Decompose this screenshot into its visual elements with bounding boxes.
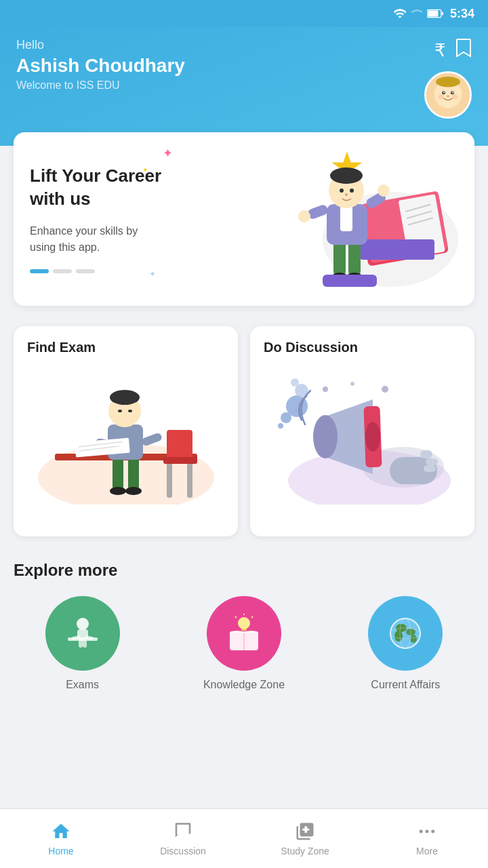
rupee-icon[interactable]: ₹ (434, 40, 446, 61)
status-bar: 5:34 (0, 0, 488, 27)
banner-subtitle: Enhance your skills by using this app. (30, 223, 165, 256)
svg-point-96 (394, 631, 403, 642)
discussion-icon (173, 821, 193, 842)
svg-rect-86 (83, 638, 87, 648)
svg-rect-65 (426, 458, 438, 465)
svg-point-55 (110, 390, 140, 405)
explore-grid: Exams (14, 596, 474, 691)
header-hello: Hello (16, 38, 185, 52)
nav-item-home[interactable]: Home (0, 809, 122, 868)
svg-point-46 (110, 487, 126, 495)
svg-point-36 (345, 193, 348, 196)
svg-point-71 (281, 412, 291, 423)
svg-point-9 (452, 92, 453, 93)
svg-rect-53 (140, 432, 162, 447)
header-left: Hello Ashish Choudhary Welcome to ISS ED… (16, 38, 185, 92)
explore-section: Explore more (14, 561, 474, 691)
dot-1 (30, 269, 49, 273)
svg-point-76 (350, 382, 354, 386)
svg-point-103 (431, 829, 434, 833)
signal-icon (411, 7, 423, 20)
svg-rect-45 (128, 457, 139, 491)
nav-item-more[interactable]: More (366, 809, 488, 868)
do-discussion-illustration (264, 362, 461, 511)
find-exam-title: Find Exam (27, 340, 224, 355)
explore-label-current-affairs: Current Affairs (371, 679, 440, 691)
banner-text: Lift Your Career with us Enhance your sk… (30, 165, 165, 273)
svg-point-77 (382, 386, 388, 393)
explore-circle-exams (45, 596, 120, 671)
do-discussion-card[interactable]: Do Discussion (250, 326, 474, 536)
svg-rect-64 (420, 450, 432, 458)
svg-point-35 (350, 189, 354, 193)
svg-rect-1 (442, 12, 443, 16)
svg-point-31 (378, 184, 390, 197)
dot-2 (53, 269, 72, 273)
svg-point-89 (238, 617, 250, 629)
svg-point-12 (446, 95, 449, 97)
svg-point-33 (330, 167, 363, 184)
explore-item-current-affairs[interactable]: Current Affairs (368, 596, 443, 691)
explore-item-exams[interactable]: Exams (45, 596, 120, 691)
bottom-nav: Home Discussion Study Zone More (0, 808, 488, 868)
more-icon (417, 821, 437, 842)
svg-line-92 (235, 616, 237, 618)
svg-point-47 (125, 487, 142, 495)
svg-point-34 (340, 189, 344, 193)
header-icons: ₹ (434, 38, 472, 63)
sparkle-2: ✦ (142, 166, 148, 174)
nav-label-home: Home (48, 846, 73, 856)
svg-point-5 (436, 77, 460, 87)
avatar[interactable] (424, 71, 472, 119)
svg-rect-44 (113, 457, 123, 491)
status-icons (393, 7, 443, 20)
svg-rect-41 (187, 460, 192, 498)
svg-rect-37 (323, 275, 377, 287)
do-discussion-title: Do Discussion (264, 340, 461, 355)
svg-point-81 (77, 618, 89, 630)
find-exam-illustration (27, 362, 224, 511)
header-welcome: Welcome to ISS EDU (16, 79, 185, 92)
svg-point-11 (452, 94, 458, 100)
action-cards: Find Exam (14, 326, 474, 536)
home-icon (51, 821, 71, 842)
dot-3 (76, 269, 95, 273)
studyzone-icon (295, 821, 315, 842)
svg-point-72 (278, 423, 283, 429)
nav-item-discussion[interactable]: Discussion (122, 809, 244, 868)
bookmark-icon[interactable] (455, 38, 472, 63)
wifi-icon (393, 7, 407, 20)
explore-label-exams: Exams (66, 679, 99, 691)
battery-icon (427, 8, 443, 19)
header: Hello Ashish Choudhary Welcome to ISS ED… (0, 27, 488, 146)
svg-point-102 (426, 829, 429, 833)
explore-item-knowledge[interactable]: Knowledge Zone (203, 596, 285, 691)
svg-point-30 (298, 210, 310, 222)
svg-rect-22 (333, 239, 346, 277)
svg-point-68 (313, 415, 338, 458)
svg-rect-40 (167, 460, 172, 498)
svg-rect-90 (241, 628, 247, 631)
svg-point-75 (323, 387, 328, 392)
explore-title: Explore more (14, 561, 474, 580)
svg-point-74 (291, 378, 299, 387)
banner-dots (30, 269, 165, 273)
banner-card[interactable]: ✦ ✦ ✦ Lift Your Career with us Enhance y… (14, 132, 474, 306)
header-name: Ashish Choudhary (16, 55, 185, 77)
svg-point-57 (128, 410, 132, 412)
explore-label-knowledge: Knowledge Zone (203, 679, 285, 691)
svg-point-8 (443, 92, 445, 93)
svg-point-94 (390, 618, 420, 648)
nav-label-studyzone: Study Zone (281, 846, 329, 856)
nav-label-discussion: Discussion (160, 846, 206, 856)
svg-point-79 (365, 422, 380, 452)
find-exam-card[interactable]: Find Exam (14, 326, 238, 536)
explore-circle-knowledge (207, 596, 281, 671)
svg-rect-66 (424, 465, 436, 472)
svg-point-98 (410, 635, 417, 643)
sparkle-3: ✦ (149, 269, 156, 279)
nav-item-studyzone[interactable]: Study Zone (244, 809, 366, 868)
svg-line-93 (251, 616, 253, 618)
svg-rect-2 (428, 11, 438, 17)
svg-rect-85 (79, 638, 83, 648)
